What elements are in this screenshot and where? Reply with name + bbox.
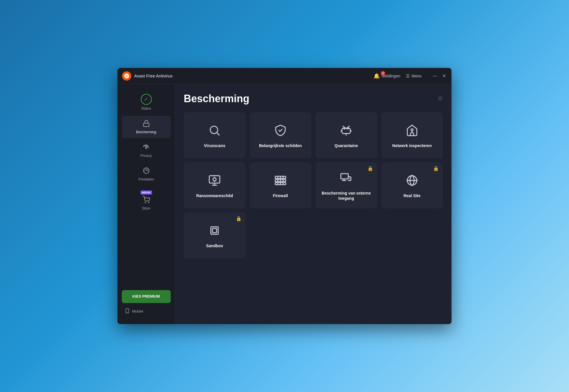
card-sandbox[interactable]: 🔒 Sandbox [184, 212, 246, 258]
card-sandbox-label: Sandbox [206, 243, 223, 248]
lock-premium-icon: 🔒 [367, 166, 373, 171]
app-window: Avast Free Antivirus 1 🔔 Meldingen ☰ Men… [117, 68, 452, 324]
svg-point-6 [210, 126, 218, 134]
sidebar-bescherming-label: Bescherming [136, 130, 156, 134]
fingerprint-icon [143, 143, 150, 152]
page-title: Bescherming [184, 93, 249, 105]
card-externe-label: Bescherming van externe toegang [321, 191, 371, 201]
globe-icon [406, 174, 418, 189]
card-quarantaine-label: Quarantaine [334, 143, 358, 148]
card-virusscans[interactable]: Virusscans [184, 112, 246, 158]
new-badge: NIEUW [141, 191, 152, 195]
sidebar-privacy-label: Privacy [141, 154, 152, 158]
sidebar: ✓ Status Bescherming [117, 84, 175, 324]
notifications-button[interactable]: 1 🔔 Meldingen [373, 73, 400, 79]
svg-rect-0 [143, 123, 149, 127]
svg-rect-16 [209, 176, 220, 183]
svg-point-2 [145, 202, 145, 203]
card-firewall-label: Firewall [273, 193, 288, 198]
close-button[interactable]: ✕ [441, 73, 447, 79]
sidebar-item-mobiel[interactable]: Mobiel [122, 304, 171, 318]
svg-line-7 [217, 133, 219, 135]
premium-button[interactable]: KIES PREMIUM [122, 290, 171, 303]
app-title: Avast Free Antivirus [134, 73, 373, 78]
shield-check-icon [274, 124, 287, 138]
sidebar-item-bescherming[interactable]: Bescherming [122, 116, 171, 138]
remote-access-icon [340, 172, 352, 186]
sandbox-icon [208, 224, 221, 239]
settings-icon[interactable]: ⚙ [438, 95, 443, 102]
card-ransomwareschild[interactable]: Ransomwareschild [184, 162, 246, 208]
card-externe-toegang[interactable]: 🔒 Bescherming van externe toegang [315, 162, 377, 208]
lock-icon [143, 120, 150, 128]
card-schilden-label: Belangrijkste schilden [259, 143, 302, 148]
minimize-button[interactable]: — [432, 73, 438, 79]
status-check-icon: ✓ [141, 94, 152, 105]
app-logo [122, 71, 131, 81]
card-real-site[interactable]: 🔒 Real Site [381, 162, 443, 208]
menu-button[interactable]: ☰ Menu [406, 74, 422, 78]
sidebar-store-label: Store [142, 206, 150, 210]
home-network-icon [406, 124, 418, 138]
svg-line-12 [348, 126, 350, 127]
svg-rect-35 [213, 229, 217, 233]
search-icon [208, 124, 221, 138]
svg-rect-34 [211, 227, 218, 234]
sidebar-prestaties-label: Prestaties [139, 177, 154, 181]
titlebar: Avast Free Antivirus 1 🔔 Meldingen ☰ Men… [117, 68, 452, 84]
content-area: Bescherming ⚙ Virusscans [175, 84, 452, 324]
lock-premium-icon-2: 🔒 [433, 166, 439, 171]
bell-icon: 🔔 [373, 73, 380, 79]
sidebar-status-label: Status [141, 106, 151, 111]
cart-icon [143, 196, 150, 205]
main-layout: ✓ Status Bescherming [117, 84, 452, 324]
window-controls: — ✕ [432, 73, 447, 79]
bug-icon [340, 124, 352, 138]
svg-rect-8 [342, 128, 350, 134]
firewall-icon [274, 174, 287, 189]
card-ransomware-label: Ransomwareschild [196, 193, 233, 198]
card-netwerk-inspecteren[interactable]: Netwerk inspecteren [381, 112, 443, 158]
sidebar-mobiel-label: Mobiel [132, 309, 143, 313]
sidebar-item-status[interactable]: ✓ Status [122, 90, 171, 115]
card-real-site-label: Real Site [403, 193, 420, 198]
protection-grid: Virusscans Belangrijkste schilden [184, 112, 443, 258]
svg-rect-32 [341, 174, 348, 179]
card-belangrijkste-schilden[interactable]: Belangrijkste schilden [250, 112, 312, 158]
card-firewall[interactable]: Firewall [250, 162, 312, 208]
svg-point-19 [213, 178, 216, 181]
notifications-badge: 1 [381, 71, 385, 76]
speedometer-icon [143, 167, 150, 176]
card-quarantaine[interactable]: Quarantaine [315, 112, 377, 158]
sidebar-item-store[interactable]: NIEUW Store [122, 187, 171, 214]
svg-line-11 [343, 126, 344, 127]
card-netwerk-label: Netwerk inspecteren [392, 143, 432, 148]
svg-rect-4 [126, 309, 129, 313]
computer-shield-icon [208, 174, 221, 189]
svg-point-3 [148, 202, 149, 203]
card-virusscans-label: Virusscans [204, 143, 225, 148]
titlebar-controls: 1 🔔 Meldingen ☰ Menu — ✕ [373, 73, 447, 79]
lock-premium-icon-3: 🔒 [236, 216, 242, 221]
mobile-icon [125, 308, 130, 314]
menu-label: Menu [411, 74, 422, 78]
sidebar-item-privacy[interactable]: Privacy [122, 139, 171, 162]
sidebar-item-prestaties[interactable]: Prestaties [122, 163, 171, 185]
hamburger-icon: ☰ [406, 74, 410, 78]
